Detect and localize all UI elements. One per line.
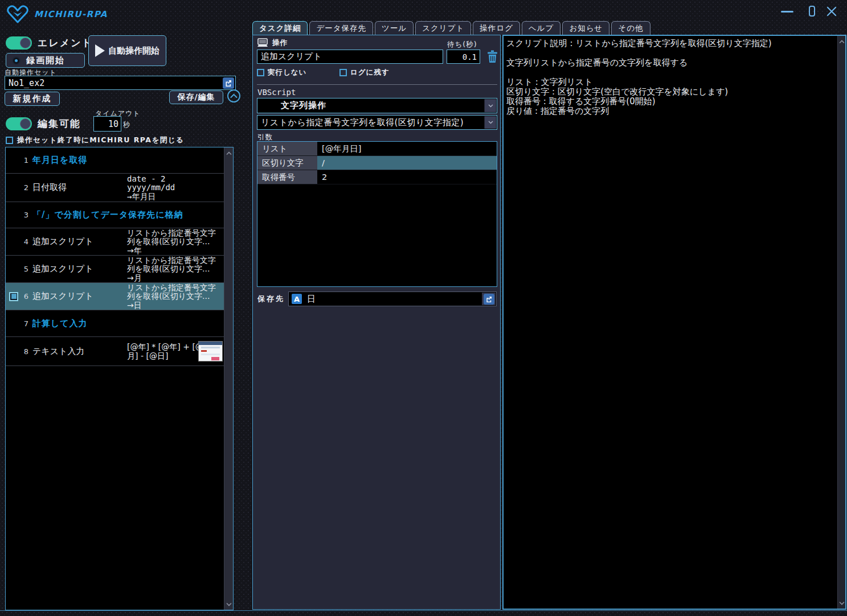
step-row-1[interactable]: 1 年月日を取得: [6, 147, 224, 174]
scroll-up-icon[interactable]: [838, 37, 845, 46]
step-row-6-selected[interactable]: 6 追加スクリプト リストから指定番号文字列を取得(区切り文字...→日: [6, 283, 224, 310]
tab-other[interactable]: その他: [611, 21, 650, 35]
step-number: 1: [6, 156, 28, 165]
save-edit-button[interactable]: 保存/編集: [169, 91, 223, 104]
step-detail: リストから指定番号文字列を取得(区切り文字...→年: [127, 228, 231, 255]
arg-name: 取得番号: [257, 170, 317, 184]
description-line: 文字列リストから指定番号の文字列を取得する: [506, 58, 834, 68]
tab-tools[interactable]: ツール: [375, 21, 414, 35]
step-title: 「/」で分割してデータ保存先に格納: [32, 210, 183, 220]
collapse-button[interactable]: [227, 89, 240, 102]
record-start-label: 録画開始: [26, 55, 65, 66]
chevron-down-icon: [484, 116, 496, 129]
timeout-input[interactable]: 10: [93, 116, 121, 132]
record-start-button[interactable]: 録画開始: [6, 53, 85, 68]
log-checkbox-row[interactable]: ログに残す: [339, 68, 390, 77]
step-row-8[interactable]: 8 テキスト入力 [@年] * [@年] + [@月] - [@日]: [6, 337, 224, 366]
chevron-down-icon: [484, 99, 496, 112]
scroll-down-icon[interactable]: [838, 598, 845, 607]
computer-icon: [257, 38, 268, 48]
arg-value[interactable]: [@年月日]: [317, 142, 497, 155]
editable-toggle-label: 編集可能: [38, 117, 81, 130]
wait-label: 待ち(秒): [447, 40, 477, 50]
step-number: 5: [6, 265, 28, 273]
script-select-value: リストから指定番号文字列を取得(区切り文字指定): [257, 117, 464, 128]
timeout-value: 10: [108, 119, 118, 129]
arg-value[interactable]: 2: [317, 170, 497, 184]
arguments-table: リスト [@年月日] 区切り文字 / 取得番号 2: [257, 141, 497, 287]
step-detail: date - 2yyyy/mm/dd→年月日: [127, 174, 231, 201]
description-line: リスト : 文字列リスト: [506, 77, 834, 87]
tab-data-destination[interactable]: データ保存先: [309, 21, 373, 35]
tab-bar: タスク詳細 データ保存先 ツール スクリプト 操作ログ ヘルプ お知らせ その他: [252, 21, 650, 35]
description-line: 戻り値 : 指定番号の文字列: [506, 106, 834, 116]
tab-help[interactable]: ヘルプ: [522, 21, 560, 35]
step-number: 7: [6, 319, 28, 328]
step-thumbnail-image: [198, 341, 223, 362]
close-button[interactable]: [826, 6, 838, 17]
step-row-3[interactable]: 3 「/」で分割してデータ保存先に格納: [6, 202, 224, 228]
autoset-open-button[interactable]: [223, 77, 234, 89]
close-icon: [826, 6, 837, 17]
wait-seconds-input[interactable]: 0.1: [447, 50, 480, 64]
step-number: 4: [6, 237, 28, 246]
step-selected-checkbox[interactable]: [9, 292, 18, 301]
description-line: [506, 48, 834, 58]
step-title: 追加スクリプト: [32, 264, 93, 274]
scroll-down-icon[interactable]: [224, 599, 233, 609]
step-row-4[interactable]: 4 追加スクリプト リストから指定番号文字列を取得(区切り文字...→年: [6, 228, 224, 256]
script-select[interactable]: リストから指定番号文字列を取得(区切り文字指定): [257, 115, 497, 130]
element-toggle-knob: [20, 38, 31, 48]
step-row-2[interactable]: 2 日付取得 date - 2yyyy/mm/dd→年月日: [6, 174, 224, 202]
autoset-input[interactable]: No1_ex2: [5, 76, 236, 90]
editable-toggle-knob: [20, 118, 31, 129]
step-number: 8: [6, 347, 28, 356]
task-detail-panel: 操作 待ち(秒) 追加スクリプト 0.1 実行しない ログに残す VBScrip…: [252, 35, 501, 610]
scroll-up-icon[interactable]: [224, 149, 233, 158]
arg-row-delimiter[interactable]: 区切り文字 /: [257, 156, 497, 170]
new-create-button[interactable]: 新規作成: [5, 92, 60, 106]
skip-checkbox-row[interactable]: 実行しない: [257, 68, 306, 77]
michiru-rpa-window: { "window": { "brand": "MICHIRU-RPA", "c…: [0, 0, 847, 616]
destination-input[interactable]: A 日: [288, 291, 497, 306]
step-list-scrollbar[interactable]: [224, 147, 233, 610]
description-scrollbar[interactable]: [837, 36, 845, 609]
description-line: [506, 68, 834, 77]
auto-operation-start-label: 自動操作開始: [108, 46, 159, 56]
vbscript-label: VBScript: [257, 88, 296, 97]
timeout-unit: 秒: [123, 120, 130, 130]
tab-operation-log[interactable]: 操作ログ: [473, 21, 520, 35]
chevron-up-icon: [230, 93, 238, 98]
minimize-icon: [781, 11, 793, 13]
close-on-end-checkbox[interactable]: [6, 137, 13, 144]
operation-input[interactable]: 追加スクリプト: [257, 50, 443, 64]
arg-row-list[interactable]: リスト [@年月日]: [257, 142, 497, 156]
element-toggle[interactable]: [6, 36, 32, 50]
skip-checkbox[interactable]: [257, 69, 264, 76]
destination-open-button[interactable]: [482, 293, 496, 305]
arg-value-selected[interactable]: /: [317, 156, 497, 170]
skip-checkbox-label: 実行しない: [268, 68, 306, 77]
step-row-7[interactable]: 7 計算して入力: [6, 310, 224, 337]
minimize-button[interactable]: [781, 6, 793, 17]
element-toggle-label: エレメント: [38, 36, 93, 50]
description-line: スクリプト説明 : リストから指定番号文字列を取得(区切り文字指定): [506, 39, 834, 48]
brand-name: MICHIRU-RPA: [34, 9, 108, 19]
window-bottom-border: [0, 610, 847, 611]
text-type-icon: A: [292, 294, 302, 304]
step-row-5[interactable]: 5 追加スクリプト リストから指定番号文字列を取得(区切り文字...→月: [6, 256, 224, 283]
arg-row-index[interactable]: 取得番号 2: [257, 170, 497, 184]
arg-name: 区切り文字: [257, 156, 317, 170]
restore-button[interactable]: [805, 6, 818, 17]
tab-task-detail[interactable]: タスク詳細: [252, 21, 308, 35]
tab-script[interactable]: スクリプト: [415, 21, 471, 35]
auto-operation-start-button[interactable]: 自動操作開始: [88, 35, 166, 66]
tab-news[interactable]: お知らせ: [562, 21, 609, 35]
category-select[interactable]: 文字列操作: [257, 98, 497, 113]
editable-toggle[interactable]: [6, 117, 32, 130]
step-title: テキスト入力: [32, 346, 84, 357]
log-checkbox[interactable]: [339, 69, 347, 76]
close-on-end-checkbox-row[interactable]: 操作セット終了時にMICHIRU RPAを閉じる: [6, 135, 184, 145]
play-icon: [95, 44, 105, 57]
delete-step-button[interactable]: [485, 49, 499, 64]
